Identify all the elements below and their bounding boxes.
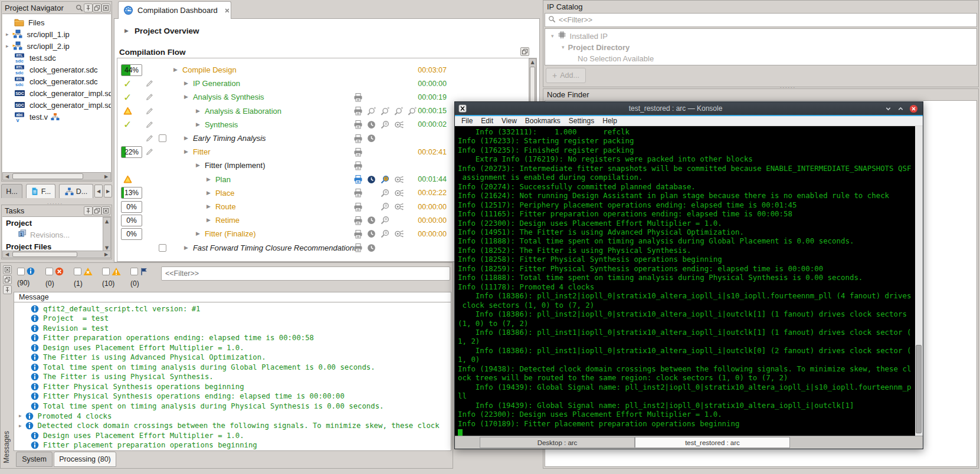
tree-item-file[interactable]: ▸src/iopll_2.ip <box>2 40 111 52</box>
float-button[interactable] <box>520 47 529 56</box>
tab-design-units[interactable]: D... <box>59 184 93 198</box>
pin-button[interactable] <box>84 4 93 12</box>
flow-step[interactable]: ▶Early Timing Analysis <box>184 131 266 145</box>
tasks-revisions-item[interactable]: 1 Revisions... <box>2 228 111 240</box>
terminal-area[interactable]: Info (332111): 1.000 refclkInfo (176233)… <box>455 126 923 436</box>
clock-action-icon[interactable] <box>367 131 376 145</box>
expander-icon[interactable]: ▶ <box>184 149 188 154</box>
tree-item-files[interactable]: Files <box>2 17 111 28</box>
flow-step[interactable]: ▶Fast Forward Timing Closure Recommendat… <box>184 241 358 255</box>
critical-warning-filter-checkbox[interactable] <box>74 268 81 275</box>
enable-step-checkbox[interactable] <box>159 131 166 145</box>
clock-action-icon[interactable] <box>367 118 376 131</box>
flow-step[interactable]: ▶Analysis & Synthesis <box>184 90 264 104</box>
expander-icon[interactable]: ▶ <box>184 136 188 141</box>
tree-item-project-directory[interactable]: ▾ Project Directory <box>545 41 976 52</box>
report-action-icon[interactable] <box>353 104 363 118</box>
enable-step-checkbox[interactable] <box>159 241 166 255</box>
flow-step[interactable]: ▶Plan <box>207 173 231 186</box>
expander-icon[interactable]: ▸ <box>19 413 22 419</box>
tab-scroll-right-button[interactable]: ▶ <box>104 185 112 198</box>
flow-step[interactable]: ▶Fitter (Implement) <box>196 159 266 172</box>
expander-icon[interactable]: ▶ <box>184 81 188 86</box>
report-action-icon[interactable] <box>353 118 363 131</box>
konsole-tab-1[interactable]: Desktop : arc <box>480 437 635 448</box>
tree-item-installed-ip[interactable]: ▾ Installed IP <box>545 29 976 41</box>
close-button[interactable] <box>3 265 12 274</box>
explore-dot-action-icon[interactable] <box>381 104 389 118</box>
warning-filter-checkbox[interactable] <box>102 268 110 275</box>
ip-catalog-filter-placeholder[interactable]: <<Filter>> <box>559 16 592 24</box>
terminal-scrollbar[interactable] <box>915 126 923 436</box>
tree-item-file[interactable]: SDCclock_generator_impl.sdc <box>2 87 111 99</box>
close-window-button[interactable] <box>909 104 918 113</box>
pin-button[interactable] <box>3 285 12 294</box>
edit-settings-icon[interactable] <box>146 77 153 90</box>
report-action-icon[interactable] <box>353 145 363 159</box>
flow-step[interactable]: ▶Retime <box>207 213 240 227</box>
edit-settings-icon[interactable] <box>146 131 153 145</box>
close-button[interactable] <box>101 4 110 12</box>
edit-settings-icon[interactable] <box>146 90 153 104</box>
report-action-icon[interactable] <box>353 131 363 145</box>
explore-action-icon[interactable] <box>381 227 389 241</box>
menu-help[interactable]: Help <box>598 117 621 125</box>
expander-icon[interactable]: ▶ <box>184 245 188 251</box>
message-row[interactable]: The Fitter is using Advanced Physical Op… <box>14 353 451 363</box>
pin-button[interactable] <box>84 206 93 215</box>
edit-settings-icon[interactable] <box>146 104 153 118</box>
report-action-icon[interactable] <box>353 227 363 241</box>
close-button[interactable] <box>101 206 110 215</box>
clock-action-icon[interactable] <box>367 173 376 186</box>
expander-icon[interactable]: ▶ <box>207 204 211 209</box>
message-filter-input[interactable] <box>161 266 450 281</box>
message-row[interactable]: Total time spent on timing analysis duri… <box>14 401 451 412</box>
report-action-icon[interactable] <box>353 213 363 227</box>
konsole-tab-2[interactable]: test_restored : arc <box>635 437 790 448</box>
tree-item-file[interactable]: abcvtest.v <box>2 111 111 123</box>
expander-icon[interactable]: ▸ <box>19 423 22 429</box>
menu-settings[interactable]: Settings <box>565 117 598 125</box>
checkbox[interactable] <box>159 244 166 252</box>
flow-step[interactable]: ▶Compile Design <box>173 63 237 77</box>
message-row[interactable]: Revision = test <box>14 323 451 333</box>
expander-icon[interactable]: ▶ <box>196 108 200 114</box>
tab-hierarchy[interactable]: H... <box>1 184 22 198</box>
float-button[interactable] <box>93 206 101 215</box>
flow-step[interactable]: ▶Fitter (Finalize) <box>196 227 256 241</box>
expander-icon[interactable]: ▶ <box>196 122 200 127</box>
report-action-icon[interactable] <box>353 159 363 172</box>
edit-settings-icon[interactable] <box>146 145 153 159</box>
flow-step[interactable]: ▶Synthesis <box>196 118 238 131</box>
message-row[interactable]: Design uses Placement Effort Multiplier … <box>14 343 451 353</box>
tab-compilation-dashboard[interactable]: Compilation Dashboard <box>118 1 231 19</box>
tree-item-file[interactable]: RTLsdctest.sdc <box>2 52 111 64</box>
message-row[interactable]: ▸Promoted 4 clocks <box>14 411 451 421</box>
message-row[interactable]: Fitter Physical Synthesis operations beg… <box>14 381 451 391</box>
tree-item-file[interactable]: RTLsdcclock_generator.sdc <box>2 64 111 75</box>
report-action-icon[interactable] <box>353 200 363 213</box>
tree-item-file[interactable]: ▸src/iopll_1.ip <box>2 28 111 40</box>
message-row[interactable]: Project = test <box>14 314 451 324</box>
menu-view[interactable]: View <box>497 117 521 125</box>
message-row[interactable]: The Fitter is using Physical Synthesis. <box>14 372 451 382</box>
report-action-icon[interactable] <box>353 241 363 255</box>
report-action-icon[interactable] <box>353 186 363 200</box>
message-row[interactable]: Fitter placement preparation operations … <box>14 440 451 450</box>
flow-step[interactable]: ▶IP Generation <box>184 77 240 90</box>
error-filter-checkbox[interactable] <box>45 268 53 275</box>
edit-settings-icon[interactable] <box>146 118 153 131</box>
message-row[interactable]: Fitter Physical Synthesis operations end… <box>14 391 451 401</box>
clock-action-icon[interactable] <box>367 227 376 241</box>
expander-icon[interactable]: ▶ <box>173 67 178 73</box>
explore-action-icon[interactable] <box>381 213 389 227</box>
maximize-button[interactable] <box>897 105 904 113</box>
clock-action-icon[interactable] <box>367 241 376 255</box>
add-ip-button[interactable]: + Add... <box>546 68 586 83</box>
expander-icon[interactable]: ▶ <box>207 190 211 196</box>
search-icon[interactable] <box>75 4 84 12</box>
explore-action-icon[interactable] <box>381 200 389 213</box>
explore-action-icon[interactable] <box>381 186 389 200</box>
tasks-hscrollbar[interactable]: ◀ ▶ <box>2 251 111 258</box>
expander-icon[interactable]: ▸ <box>6 32 9 37</box>
